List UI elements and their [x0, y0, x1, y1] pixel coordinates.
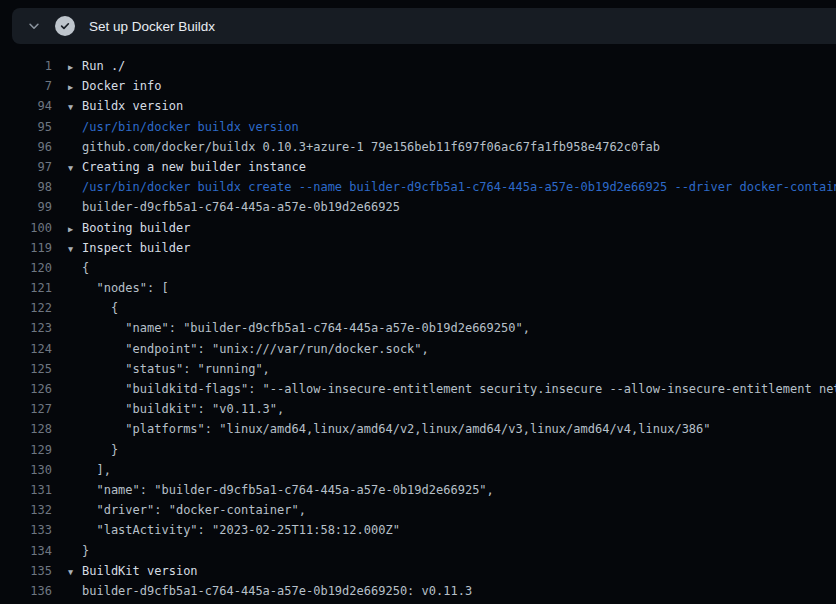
log-area: 1▶Run ./7▶Docker info94▼Buildx version95…: [0, 44, 836, 604]
line-number[interactable]: 130: [0, 460, 52, 480]
log-text: "platforms": "linux/amd64,linux/amd64/v2…: [82, 419, 711, 439]
line-number[interactable]: 97: [0, 157, 52, 177]
log-text: /usr/bin/docker buildx version: [82, 117, 299, 137]
line-number[interactable]: 123: [0, 318, 52, 338]
check-circle-icon: [55, 16, 75, 36]
line-number[interactable]: 122: [0, 298, 52, 318]
line-number[interactable]: 100: [0, 218, 52, 238]
chevron-down-icon[interactable]: [20, 8, 48, 44]
line-number[interactable]: 124: [0, 339, 52, 359]
line-number[interactable]: 133: [0, 520, 52, 540]
line-number[interactable]: 136: [0, 581, 52, 601]
step-title: Set up Docker Buildx: [89, 19, 215, 34]
log-text: github.com/docker/buildx 0.10.3+azure-1 …: [82, 137, 660, 157]
log-line: 124 "endpoint": "unix:///var/run/docker.…: [0, 339, 836, 359]
group-collapsed-icon[interactable]: ▶: [68, 219, 82, 239]
line-number[interactable]: 94: [0, 96, 52, 116]
line-number[interactable]: 121: [0, 278, 52, 298]
log-line: 131 "name": "builder-d9cfb5a1-c764-445a-…: [0, 480, 836, 500]
log-line: 134}: [0, 541, 836, 561]
group-expanded-icon[interactable]: ▼: [68, 239, 82, 259]
log-text: "status": "running",: [82, 359, 270, 379]
log-group-line[interactable]: 119▼Inspect builder: [0, 238, 836, 258]
log-text: "name": "builder-d9cfb5a1-c764-445a-a57e…: [82, 318, 530, 338]
log-text: "buildkit": "v0.11.3",: [82, 399, 284, 419]
log-line: 126 "buildkitd-flags": "--allow-insecure…: [0, 379, 836, 399]
line-number[interactable]: 129: [0, 440, 52, 460]
log-text: Docker info: [82, 76, 161, 96]
line-number[interactable]: 119: [0, 238, 52, 258]
log-text: Inspect builder: [82, 238, 190, 258]
log-text: Creating a new builder instance: [82, 157, 306, 177]
log-text: }: [82, 541, 89, 561]
line-number[interactable]: 7: [0, 76, 52, 96]
log-line: 98/usr/bin/docker buildx create --name b…: [0, 177, 836, 197]
line-number[interactable]: 96: [0, 137, 52, 157]
log-text: builder-d9cfb5a1-c764-445a-a57e-0b19d2e6…: [82, 197, 400, 217]
line-number[interactable]: 135: [0, 561, 52, 581]
group-collapsed-icon[interactable]: ▶: [68, 77, 82, 97]
line-number[interactable]: 98: [0, 177, 52, 197]
log-text: {: [82, 298, 118, 318]
log-line: 121 "nodes": [: [0, 278, 836, 298]
log-text: {: [82, 258, 89, 278]
log-group-line[interactable]: 7▶Docker info: [0, 76, 836, 96]
line-number[interactable]: 127: [0, 399, 52, 419]
log-line: 128 "platforms": "linux/amd64,linux/amd6…: [0, 419, 836, 439]
log-text: "buildkitd-flags": "--allow-insecure-ent…: [82, 379, 836, 399]
line-number[interactable]: 134: [0, 541, 52, 561]
log-text: Run ./: [82, 56, 125, 76]
log-line: 129 }: [0, 440, 836, 460]
log-line: 95/usr/bin/docker buildx version: [0, 117, 836, 137]
group-expanded-icon[interactable]: ▼: [68, 97, 82, 117]
group-collapsed-icon[interactable]: ▶: [68, 57, 82, 77]
log-line: 133 "lastActivity": "2023-02-25T11:58:12…: [0, 520, 836, 540]
group-expanded-icon[interactable]: ▼: [68, 158, 82, 178]
line-number[interactable]: 1: [0, 56, 52, 76]
line-number[interactable]: 120: [0, 258, 52, 278]
group-expanded-icon[interactable]: ▼: [68, 562, 82, 582]
log-line: 136builder-d9cfb5a1-c764-445a-a57e-0b19d…: [0, 581, 836, 601]
log-text: "name": "builder-d9cfb5a1-c764-445a-a57e…: [82, 480, 494, 500]
log-text: Booting builder: [82, 218, 190, 238]
log-text: "nodes": [: [82, 278, 169, 298]
log-line: 122 {: [0, 298, 836, 318]
log-line: 99builder-d9cfb5a1-c764-445a-a57e-0b19d2…: [0, 197, 836, 217]
line-number[interactable]: 126: [0, 379, 52, 399]
log-text: }: [82, 440, 118, 460]
line-number[interactable]: 128: [0, 419, 52, 439]
log-text: ],: [82, 460, 111, 480]
line-number[interactable]: 95: [0, 117, 52, 137]
log-line: 96github.com/docker/buildx 0.10.3+azure-…: [0, 137, 836, 157]
log-group-line[interactable]: 135▼BuildKit version: [0, 561, 836, 581]
log-line: 127 "buildkit": "v0.11.3",: [0, 399, 836, 419]
log-line: 120{: [0, 258, 836, 278]
log-group-line[interactable]: 1▶Run ./: [0, 56, 836, 76]
step-header[interactable]: Set up Docker Buildx: [12, 8, 836, 44]
log-line: 130 ],: [0, 460, 836, 480]
log-text: "driver": "docker-container",: [82, 500, 306, 520]
log-group-line[interactable]: 97▼Creating a new builder instance: [0, 157, 836, 177]
log-line: 132 "driver": "docker-container",: [0, 500, 836, 520]
log-text: "endpoint": "unix:///var/run/docker.sock…: [82, 339, 429, 359]
line-number[interactable]: 132: [0, 500, 52, 520]
line-number[interactable]: 125: [0, 359, 52, 379]
log-group-line[interactable]: 100▶Booting builder: [0, 218, 836, 238]
log-text: builder-d9cfb5a1-c764-445a-a57e-0b19d2e6…: [82, 581, 472, 601]
log-line: 123 "name": "builder-d9cfb5a1-c764-445a-…: [0, 318, 836, 338]
log-group-line[interactable]: 94▼Buildx version: [0, 96, 836, 116]
log-text: Buildx version: [82, 96, 183, 116]
line-number[interactable]: 99: [0, 197, 52, 217]
log-text: "lastActivity": "2023-02-25T11:58:12.000…: [82, 520, 400, 540]
line-number[interactable]: 131: [0, 480, 52, 500]
log-text: /usr/bin/docker buildx create --name bui…: [82, 177, 836, 197]
log-line: 125 "status": "running",: [0, 359, 836, 379]
log-text: BuildKit version: [82, 561, 198, 581]
